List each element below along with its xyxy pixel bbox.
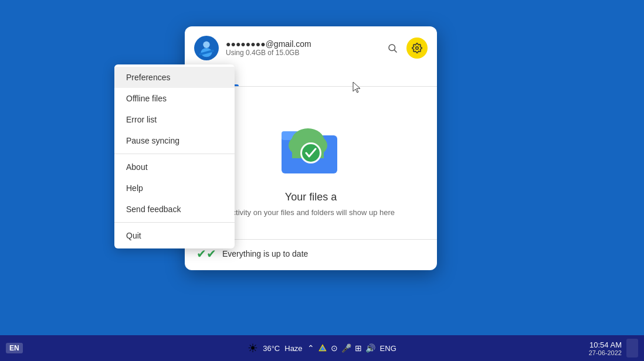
menu-item-about[interactable]: About (114, 156, 235, 178)
user-storage: Using 0.4GB of 15.0GB (226, 49, 376, 57)
taskbar-clock: 10:54 AM 27-06-2022 (589, 340, 622, 356)
system-tray: ⌃ ⊙ 🎤 ⊞ 🔊 (307, 343, 375, 353)
svg-point-1 (203, 42, 209, 48)
mic-icon: 🎤 (341, 343, 351, 353)
content-title: Your files a (285, 191, 337, 203)
menu-item-offline-files[interactable]: Offline files (114, 88, 235, 109)
check-icon: ✔✔ (196, 247, 216, 261)
display-icon: ⊞ (355, 343, 362, 353)
menu-section-bottom: About Help Send feedback (114, 154, 235, 223)
user-email: ●●●●●●●●@gmail.com (226, 39, 376, 49)
header-icons (383, 38, 428, 59)
taskbar-date: 27-06-2022 (589, 349, 622, 356)
chevron-icon[interactable]: ⌃ (307, 343, 314, 353)
taskbar-lang-label: ENG (380, 344, 396, 353)
svg-point-6 (416, 47, 419, 50)
drive-illustration (276, 115, 346, 179)
svg-line-5 (394, 50, 396, 52)
svg-point-14 (302, 144, 320, 162)
menu-section-top: Preferences Offline files Error list Pau… (114, 64, 235, 154)
drive-tray-icon (318, 343, 327, 353)
search-button[interactable] (383, 39, 402, 57)
content-subtitle: Activity on your files and folders will … (227, 208, 395, 217)
avatar (194, 36, 219, 60)
menu-item-quit[interactable]: Quit (114, 225, 235, 246)
show-desktop-button[interactable] (626, 339, 638, 357)
taskbar-left: EN (6, 343, 214, 353)
menu-item-send-feedback[interactable]: Send feedback (114, 199, 235, 220)
settings-button[interactable] (406, 38, 428, 59)
taskbar-lang: EN (6, 343, 23, 353)
dropdown-menu: Preferences Offline files Error list Pau… (114, 64, 235, 248)
taskbar-time: 10:54 AM (589, 340, 622, 349)
menu-item-error-list[interactable]: Error list (114, 109, 235, 130)
taskbar: EN ☀ 36°C Haze ⌃ ⊙ 🎤 ⊞ 🔊 ENG 10:54 AM 27… (0, 335, 644, 361)
taskbar-center: ☀ 36°C Haze ⌃ ⊙ 🎤 ⊞ 🔊 ENG (218, 341, 426, 355)
popup-header: ●●●●●●●●@gmail.com Using 0.4GB of 15.0GB (185, 26, 437, 66)
volume-icon: 🔊 (365, 343, 375, 353)
status-text: Everything is up to date (222, 249, 308, 258)
temperature: 36°C (263, 344, 280, 353)
weather-icon: ☀ (248, 341, 258, 355)
svg-point-4 (389, 45, 395, 51)
menu-item-help[interactable]: Help (114, 178, 235, 199)
menu-item-pause-syncing[interactable]: Pause syncing (114, 130, 235, 151)
weather-condition: Haze (284, 344, 302, 353)
menu-item-preferences[interactable]: Preferences (114, 67, 235, 88)
taskbar-right: 10:54 AM 27-06-2022 (430, 339, 638, 357)
network-icon: ⊙ (331, 343, 338, 353)
user-info: ●●●●●●●●@gmail.com Using 0.4GB of 15.0GB (226, 39, 376, 57)
menu-section-last: Quit (114, 223, 235, 248)
